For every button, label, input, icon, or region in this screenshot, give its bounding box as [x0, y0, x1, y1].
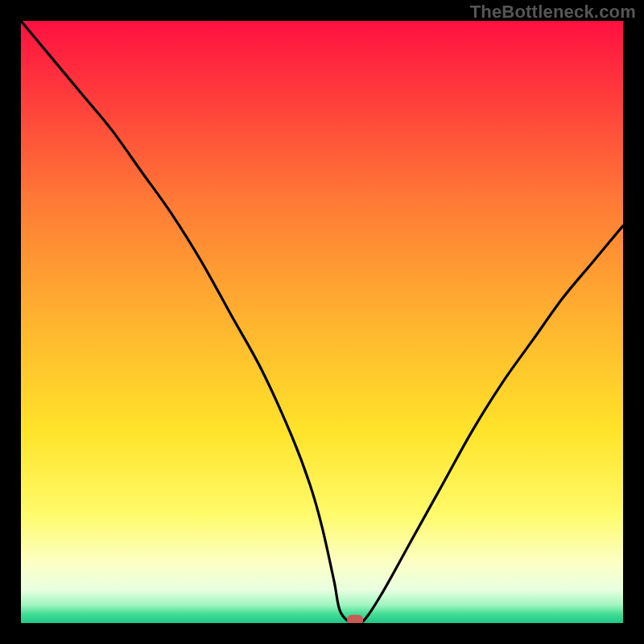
attribution-label: TheBottleneck.com	[470, 2, 636, 23]
plot-area	[21, 21, 623, 623]
bottleneck-chart	[21, 21, 623, 623]
chart-frame: TheBottleneck.com	[0, 0, 644, 644]
gradient-background	[21, 21, 623, 623]
optimal-marker	[347, 615, 363, 623]
